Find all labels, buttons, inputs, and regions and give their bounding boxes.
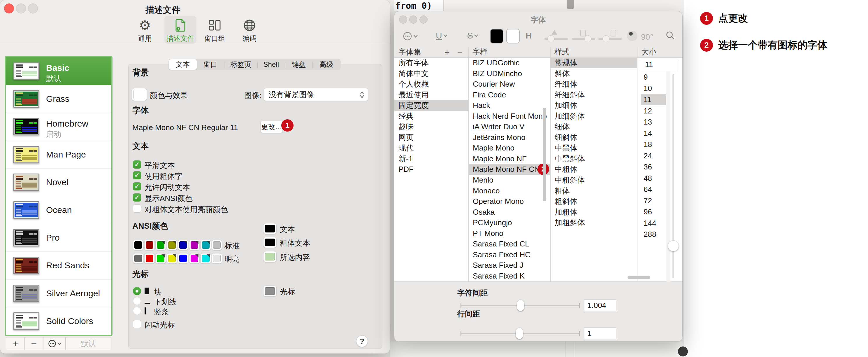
size-item[interactable]: 48 <box>641 173 666 184</box>
style-item[interactable]: 加粗斜体 <box>551 217 637 228</box>
text-highlight-icon[interactable]: H <box>526 31 532 40</box>
add-profile-button[interactable]: + <box>6 337 25 350</box>
文本-color-well[interactable] <box>263 223 277 234</box>
family-item[interactable]: Maple Mono NF <box>469 153 550 164</box>
profile-row[interactable]: Ocean <box>6 196 111 224</box>
ansi-swatch-标准-4[interactable] <box>178 240 188 250</box>
minimize-button[interactable] <box>16 3 26 13</box>
style-item[interactable]: 纤细体 <box>551 79 637 90</box>
line-spacing-value[interactable]: 1 <box>584 328 616 339</box>
family-item[interactable]: Operator Mono <box>469 196 550 207</box>
collection-item[interactable]: 固定宽度 <box>394 100 468 111</box>
toolbar-tab-encodings[interactable]: 编码 <box>234 16 266 44</box>
profile-row[interactable]: Solid Colors <box>6 307 111 335</box>
tab-Shell[interactable]: Shell <box>257 59 285 70</box>
style-item[interactable]: 纤细斜体 <box>551 90 637 100</box>
blink-cursor-checkbox[interactable] <box>133 320 141 328</box>
family-item[interactable]: Osaka <box>469 207 550 217</box>
checkbox-允许闪动文本[interactable]: ✓ <box>133 182 141 190</box>
help-button[interactable]: ? <box>356 335 368 347</box>
profile-row[interactable]: Red Sands <box>6 251 111 279</box>
ansi-swatch-标准-3[interactable] <box>167 240 177 250</box>
size-item[interactable]: 14 <box>641 128 666 139</box>
search-icon[interactable] <box>665 31 675 40</box>
family-item[interactable]: iA Writer Duo V <box>469 121 550 132</box>
tab-标签页[interactable]: 标签页 <box>224 59 257 70</box>
collection-item[interactable]: 网页 <box>394 132 468 143</box>
style-item[interactable]: 常规体 <box>551 57 637 68</box>
collection-item[interactable]: 个人收藏 <box>394 79 468 90</box>
family-item[interactable]: Maple Mono <box>469 143 550 153</box>
shadow-blur-slider[interactable] <box>571 30 595 43</box>
families-scrollbar-thumb[interactable] <box>543 108 546 201</box>
family-item[interactable]: PCMyungjo <box>469 217 550 228</box>
strikethrough-menu-button[interactable]: S <box>467 31 478 40</box>
tab-键盘[interactable]: 键盘 <box>285 59 313 70</box>
family-item[interactable]: Maple Mono NF CN2 <box>469 164 550 175</box>
slider-knob[interactable] <box>547 35 554 42</box>
family-item[interactable]: Sarasa Fixed J <box>469 260 550 271</box>
profile-row[interactable]: Pro <box>6 224 111 251</box>
family-item[interactable]: BIZ UDGothic <box>469 57 550 68</box>
style-item[interactable]: 中黑斜体 <box>551 153 637 164</box>
profile-row[interactable]: Silver Aerogel <box>6 279 111 307</box>
char-spacing-knob[interactable] <box>517 300 524 311</box>
ansi-swatch-标准-2[interactable] <box>155 240 166 250</box>
remove-profile-button[interactable]: − <box>25 337 43 350</box>
radio-竖条[interactable] <box>133 307 141 315</box>
ansi-swatch-明亮-4[interactable] <box>178 253 188 264</box>
size-input-field[interactable]: 11 <box>641 59 678 70</box>
size-item[interactable]: 36 <box>641 161 666 173</box>
size-item[interactable]: 12 <box>641 105 666 117</box>
family-item[interactable]: Hack Nerd Font Mono <box>469 111 550 122</box>
粗体文本-color-well[interactable] <box>263 237 277 248</box>
size-item[interactable]: 18 <box>641 139 666 150</box>
ansi-swatch-明亮-0[interactable] <box>133 253 144 264</box>
size-item[interactable]: 9 <box>641 71 666 83</box>
profile-actions-menu-button[interactable] <box>43 337 66 350</box>
collection-item[interactable]: 新-1 <box>394 153 468 164</box>
collection-item[interactable]: 所有字体 <box>394 57 468 68</box>
size-item[interactable]: 13 <box>641 116 666 128</box>
ansi-swatch-明亮-7[interactable] <box>212 253 222 264</box>
size-item[interactable]: 96 <box>641 206 666 217</box>
profile-row[interactable]: Homebrew启动 <box>6 113 111 140</box>
zoom-button[interactable] <box>28 3 38 13</box>
family-item[interactable]: PT Mono <box>469 228 550 239</box>
tab-高级[interactable]: 高级 <box>312 59 340 70</box>
char-spacing-value[interactable]: 1.004 <box>584 300 616 311</box>
remove-collection-button[interactable]: − <box>457 48 463 57</box>
collection-item[interactable]: 最近使用 <box>394 90 468 100</box>
slider-knob[interactable] <box>584 35 591 42</box>
shadow-opacity-slider[interactable] <box>545 30 568 43</box>
checkbox-对粗体文本使用亮丽颜色[interactable] <box>133 205 141 213</box>
checkbox-显示ANSI颜色[interactable]: ✓ <box>133 194 141 202</box>
profile-row[interactable]: Grass <box>6 85 111 113</box>
shadow-angle-wheel[interactable] <box>627 29 638 42</box>
family-item[interactable]: Menlo <box>469 175 550 185</box>
shadow-offset-slider[interactable] <box>598 30 622 43</box>
profile-row[interactable]: Man Page <box>6 141 111 168</box>
ansi-swatch-明亮-1[interactable] <box>144 253 155 264</box>
size-item[interactable]: 10 <box>641 83 666 94</box>
style-item[interactable]: 中黑体 <box>551 143 637 153</box>
style-item[interactable]: 中粗斜体 <box>551 175 637 185</box>
line-spacing-knob[interactable] <box>516 328 523 339</box>
checkbox-使用粗体字[interactable]: ✓ <box>133 171 141 179</box>
cursor-color-well[interactable] <box>263 286 277 297</box>
slider-knob[interactable] <box>602 35 610 42</box>
family-item[interactable]: Sarasa Fixed CL <box>469 239 550 249</box>
ansi-swatch-标准-6[interactable] <box>200 240 211 250</box>
size-item[interactable]: 288 <box>641 229 666 240</box>
size-item[interactable]: 24 <box>641 150 666 161</box>
family-item[interactable]: Fira Code <box>469 90 550 100</box>
collection-item[interactable]: 简体中文 <box>394 68 468 79</box>
document-color-well[interactable] <box>506 29 520 43</box>
profile-row[interactable]: Novel <box>6 168 111 196</box>
text-color-well[interactable] <box>490 29 503 43</box>
close-button[interactable] <box>4 3 14 13</box>
family-item[interactable]: Monaco <box>469 185 550 196</box>
size-slider-knob[interactable] <box>668 240 679 251</box>
toolbar-tab-profiles[interactable]: 描述文件 <box>164 16 196 44</box>
ansi-swatch-明亮-6[interactable] <box>200 253 211 264</box>
